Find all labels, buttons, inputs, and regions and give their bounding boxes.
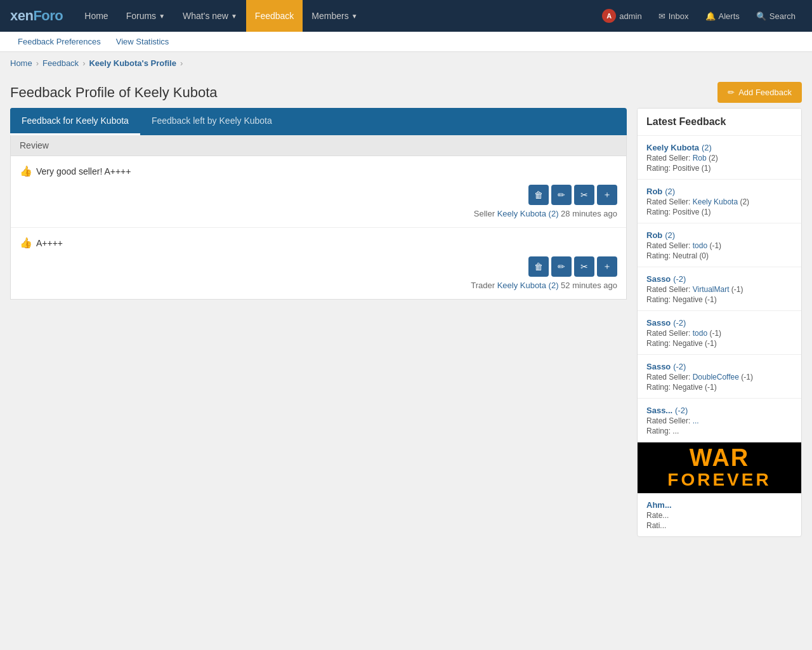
inbox-icon: ✉	[658, 11, 665, 21]
sidebar-entry-count-0: (2)	[702, 143, 712, 152]
sidebar-entry-rated-5: Rated Seller: DoubleCoffee (-1)	[646, 373, 792, 381]
sidebar-entry-name-4[interactable]: Sasso	[646, 318, 671, 328]
cut-button-1[interactable]: ✂	[574, 185, 594, 205]
sidebar: Latest Feedback Keely Kubota (2) Rated S…	[637, 108, 802, 537]
sidebar-entry-2: Rob (2) Rated Seller: todo (-1) Rating: …	[638, 223, 801, 267]
nav-search[interactable]: 🔍 Search	[750, 8, 802, 25]
breadcrumb-home[interactable]: Home	[10, 58, 32, 68]
tab-feedback-left[interactable]: Feedback left by Keely Kubota	[140, 108, 284, 135]
add-feedback-button[interactable]: ✏ Add Feedback	[717, 82, 802, 103]
feedback-text-1: 👍 Very good seller! A++++	[20, 165, 617, 177]
sidebar-title: Latest Feedback	[638, 109, 801, 136]
subnav-view-statistics[interactable]: View Statistics	[108, 32, 177, 51]
feedback-user-link-2[interactable]: Keely Kubota (2)	[497, 281, 559, 290]
main-layout: Feedback for Keely Kubota Feedback left …	[0, 108, 812, 547]
sidebar-rated-link-0[interactable]: Rob	[693, 154, 707, 162]
sidebar-rated-link-1[interactable]: Keely Kubota	[693, 197, 738, 206]
site-logo[interactable]: xenForo	[10, 8, 63, 24]
nav-admin[interactable]: A admin	[596, 5, 648, 27]
sidebar-entry-3: Sasso (-2) Rated Seller: VirtualMart (-1…	[638, 267, 801, 311]
delete-button-1[interactable]: 🗑	[528, 185, 549, 205]
chevron-down-icon: ▼	[351, 13, 358, 20]
chevron-down-icon: ▼	[231, 13, 237, 20]
sidebar-entry-name-0[interactable]: Keely Kubota	[646, 143, 699, 152]
sidebar-entry-name-3[interactable]: Sasso	[646, 274, 671, 284]
feedback-section: Review 👍 Very good seller! A++++ 🗑 ✏ ✂ ＋…	[10, 135, 627, 300]
sidebar-entry-name-2[interactable]: Rob	[646, 230, 662, 240]
sidebar-entry-count-3: (-2)	[673, 274, 686, 284]
sidebar-rated-link-2[interactable]: todo	[693, 241, 707, 250]
sidebar-entry-count-5: (-2)	[673, 362, 686, 371]
feedback-user-link-1[interactable]: Keely Kubota (2)	[497, 209, 559, 218]
edit-button-1[interactable]: ✏	[551, 185, 572, 205]
search-icon: 🔍	[756, 11, 766, 21]
subnav-feedback-preferences[interactable]: Feedback Preferences	[10, 32, 108, 51]
war-text: WAR	[667, 446, 771, 470]
sidebar-rated-link-3[interactable]: VirtualMart	[693, 285, 730, 294]
sidebar-entry-5: Sasso (-2) Rated Seller: DoubleCoffee (-…	[638, 355, 801, 399]
logo-xen: xen	[10, 8, 33, 23]
avatar: A	[602, 9, 616, 23]
sidebar-entry-rating-5: Rating: Negative (-1)	[646, 383, 792, 392]
tab-feedback-for[interactable]: Feedback for Keely Kubota	[10, 108, 140, 135]
sidebar-entry-7: Ahm... Rate... Rati...	[638, 493, 801, 536]
sidebar-entry-rating-0: Rating: Positive (1)	[646, 164, 792, 173]
top-navigation: xenForo Home Forums ▼ What's new ▼ Feedb…	[0, 0, 812, 32]
sidebar-entry-rated-0: Rated Seller: Rob (2)	[646, 154, 792, 162]
sidebar-rated-link-5[interactable]: DoubleCoffee	[693, 373, 739, 381]
sidebar-entry-0: Keely Kubota (2) Rated Seller: Rob (2) R…	[638, 136, 801, 180]
edit-button-2[interactable]: ✏	[551, 256, 572, 277]
sidebar-entry-rated-1: Rated Seller: Keely Kubota (2)	[646, 197, 792, 206]
sidebar-entry-4: Sasso (-2) Rated Seller: todo (-1) Ratin…	[638, 311, 801, 355]
nav-inbox[interactable]: ✉ Inbox	[652, 8, 695, 25]
breadcrumb-separator-1: ›	[36, 58, 39, 68]
nav-alerts[interactable]: 🔔 Alerts	[699, 8, 746, 25]
sidebar-entry-rated-4: Rated Seller: todo (-1)	[646, 329, 792, 338]
sidebar-entry-rating-4: Rating: Negative (-1)	[646, 339, 792, 348]
breadcrumb: Home › Feedback › Keely Kubota's Profile…	[0, 52, 812, 74]
sidebar-entry-rating-3: Rating: Negative (-1)	[646, 295, 792, 304]
breadcrumb-current: Keely Kubota's Profile	[89, 58, 176, 68]
feedback-item: 👍 Very good seller! A++++ 🗑 ✏ ✂ ＋ Seller…	[11, 156, 626, 228]
sidebar-entry-name-7[interactable]: Ahm...	[646, 500, 672, 510]
nav-members[interactable]: Members ▼	[303, 0, 366, 32]
sidebar-entry-count-2: (2)	[665, 230, 675, 240]
sidebar-entry-rating-2: Rating: Neutral (0)	[646, 251, 792, 260]
add-button-2[interactable]: ＋	[597, 256, 617, 277]
nav-forums[interactable]: Forums ▼	[117, 0, 174, 32]
sidebar-entry-1: Rob (2) Rated Seller: Keely Kubota (2) R…	[638, 180, 801, 223]
add-button-1[interactable]: ＋	[597, 185, 617, 205]
sidebar-box: Latest Feedback Keely Kubota (2) Rated S…	[637, 108, 802, 537]
page-title: Feedback Profile of Keely Kubota	[10, 84, 218, 101]
breadcrumb-separator-3: ›	[180, 58, 183, 68]
page-header: Feedback Profile of Keely Kubota ✏ Add F…	[0, 74, 812, 108]
war-forever-overlay: WAR FOREVER	[638, 442, 801, 493]
main-nav-items: Home Forums ▼ What's new ▼ Feedback Memb…	[75, 0, 596, 32]
breadcrumb-feedback[interactable]: Feedback	[43, 58, 79, 68]
feedback-meta-1: Seller Keely Kubota (2) 28 minutes ago	[20, 209, 617, 218]
delete-button-2[interactable]: 🗑	[528, 256, 549, 277]
sidebar-entry-count-1: (2)	[665, 187, 675, 196]
sidebar-entry-name-1[interactable]: Rob	[646, 187, 662, 196]
sidebar-entry-count-6: (-2)	[675, 406, 688, 415]
feedback-tabs: Feedback for Keely Kubota Feedback left …	[10, 108, 627, 135]
feedback-item-2: 👍 A++++ 🗑 ✏ ✂ ＋ Trader Keely Kubota (2) …	[11, 228, 626, 299]
content-area: Feedback for Keely Kubota Feedback left …	[10, 108, 627, 300]
nav-home[interactable]: Home	[75, 0, 117, 32]
nav-feedback[interactable]: Feedback	[246, 0, 303, 32]
feedback-meta-2: Trader Keely Kubota (2) 52 minutes ago	[20, 281, 617, 290]
sidebar-rated-link-4[interactable]: todo	[693, 329, 707, 338]
sidebar-entry-rated-3: Rated Seller: VirtualMart (-1)	[646, 285, 792, 294]
sidebar-rated-link-6[interactable]: ...	[693, 416, 699, 425]
thumbs-up-icon: 👍	[20, 165, 32, 177]
feedback-actions-1: 🗑 ✏ ✂ ＋	[20, 185, 617, 205]
sidebar-entry-name-5[interactable]: Sasso	[646, 362, 671, 371]
sidebar-entry-rating-6: Rating: ...	[646, 427, 792, 435]
cut-button-2[interactable]: ✂	[574, 256, 594, 277]
edit-icon: ✏	[728, 88, 735, 97]
nav-whats-new[interactable]: What's new ▼	[174, 0, 246, 32]
sidebar-entry-count-4: (-2)	[673, 318, 686, 328]
logo-foro: Foro	[33, 8, 63, 23]
sidebar-entry-name-6[interactable]: Sass...	[646, 406, 672, 415]
sidebar-entry-rated-7: Rate...	[646, 511, 792, 520]
